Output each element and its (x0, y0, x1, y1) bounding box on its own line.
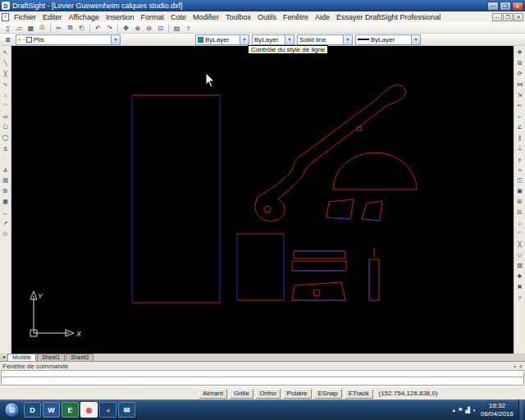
menu-modifier[interactable]: Modifier (189, 13, 222, 21)
menu-essayer-draftsight-professional[interactable]: Essayer DraftSight Professional (333, 13, 444, 21)
text-icon[interactable]: A (1, 165, 11, 175)
minimize-button[interactable]: ─ (487, 2, 499, 11)
word-taskbar-icon[interactable]: W (43, 402, 60, 418)
explode-icon[interactable]: ⊟ (515, 208, 525, 217)
layer-combo-arrow-icon[interactable]: ▼ (111, 35, 120, 44)
drawing-canvas[interactable]: YX (11, 46, 514, 354)
redo-icon[interactable]: ↷ (104, 23, 115, 33)
status-ortho-button[interactable]: Ortho (256, 389, 281, 399)
quad-left-edge[interactable] (326, 217, 350, 219)
mdi-minimize-button[interactable]: ─ (492, 13, 502, 21)
menu-editer[interactable]: Editer (39, 13, 66, 21)
polyline-icon[interactable]: ∿ (1, 80, 11, 89)
zoom-in-icon[interactable]: ⊕ (132, 23, 143, 33)
construction-line-icon[interactable]: ╳ (1, 69, 11, 79)
line-style-combo[interactable]: Solid line ▼ (297, 34, 353, 45)
zoom-out-icon[interactable]: ⊖ (144, 23, 154, 33)
sheet-tab-mod-le[interactable]: Modèle (7, 354, 36, 361)
extend-icon[interactable]: ⌐ (515, 112, 525, 121)
trim-icon[interactable]: ✂ (515, 101, 525, 111)
command-input[interactable] (1, 377, 524, 386)
circle-tool-icon[interactable]: ○ (515, 218, 525, 228)
menu-cote[interactable]: Cote (167, 13, 189, 21)
delete-icon[interactable]: ✖ (515, 282, 525, 292)
excel-taskbar-icon[interactable]: E (62, 402, 79, 418)
arc-icon[interactable]: ◠ (1, 101, 11, 111)
line-icon[interactable]: ╲ (1, 58, 11, 68)
menu-format[interactable]: Format (137, 13, 167, 21)
plus-icon[interactable]: ✚ (515, 272, 525, 281)
command-history[interactable] (1, 370, 524, 377)
ellipse-icon[interactable]: ◯ (1, 133, 11, 143)
save-icon[interactable]: ▦ (25, 23, 36, 33)
block-icon[interactable]: ⊞ (1, 186, 11, 196)
hatch-tool-icon[interactable]: ▨ (515, 261, 525, 271)
copy-icon[interactable]: ⧉ (65, 23, 75, 33)
print-icon[interactable]: ⎙ (37, 23, 48, 33)
stretch-icon[interactable]: ± (515, 154, 525, 164)
line-weight-combo[interactable]: ByLayer ▼ (355, 34, 421, 45)
maximize-button[interactable]: ❐ (500, 2, 511, 11)
point-icon[interactable]: · (1, 154, 11, 164)
drawing-svg[interactable]: YX (11, 46, 514, 354)
leader-icon[interactable]: ↗ (1, 218, 11, 228)
half-disc[interactable] (333, 153, 417, 189)
strip-rect[interactable] (369, 259, 379, 300)
mdi-restore-button[interactable]: ❐ (503, 13, 513, 21)
secondary-color-combo[interactable]: ByLayer ▼ (252, 34, 294, 45)
fillet-icon[interactable]: ◠ (515, 229, 525, 239)
status-polaire-button[interactable]: Polaire (283, 389, 312, 399)
spline-icon[interactable]: S (1, 144, 11, 153)
close-button[interactable]: ✕ (512, 2, 523, 11)
circle-icon[interactable]: ○ (1, 90, 11, 100)
secondary-color-arrow-icon[interactable]: ▼ (285, 35, 294, 44)
chrome-taskbar-icon[interactable]: ◉ (80, 402, 98, 418)
draftsight-taskbar-icon[interactable]: D (24, 402, 41, 418)
layer-manager-icon[interactable]: ≣ (2, 34, 13, 44)
menu-toolbox[interactable]: Toolbox (222, 13, 254, 21)
array-icon[interactable]: ≡ (515, 165, 525, 175)
tray-network-icon[interactable]: ▟ (465, 407, 469, 413)
paste-icon[interactable]: ⎗ (76, 23, 87, 33)
status-aimant-button[interactable]: Aimant (199, 389, 227, 399)
rotate3d-icon[interactable]: ◇ (515, 250, 525, 260)
rotate-icon[interactable]: ⟳ (515, 69, 525, 79)
lever-pivot-hole[interactable] (264, 206, 271, 212)
sheet-tab-sheet1[interactable]: Sheet1 (37, 354, 65, 361)
pan-icon[interactable]: ✥ (121, 23, 131, 33)
help-tool-icon[interactable]: ? (515, 293, 525, 303)
bracket-hole[interactable] (313, 290, 320, 296)
zoom-fit-icon[interactable]: ⊡ (155, 23, 166, 33)
mail-taskbar-icon[interactable]: ✉ (118, 402, 135, 418)
select-icon[interactable]: ↖ (1, 48, 11, 57)
command-pin-icon[interactable]: ▪ (514, 363, 515, 369)
rectangle-icon[interactable]: ▭ (1, 112, 11, 121)
menu-affichage[interactable]: Affichage (66, 13, 103, 21)
line-weight-arrow-icon[interactable]: ▼ (411, 35, 420, 44)
polygon-icon[interactable]: ⬠ (1, 122, 11, 132)
scale-icon[interactable]: ⇲ (515, 90, 525, 100)
pattern-icon[interactable]: ⊞ (515, 197, 525, 207)
bar2[interactable] (292, 261, 346, 271)
chamfer-icon[interactable]: ∠ (515, 122, 525, 132)
line-color-combo[interactable]: ByLayer ▼ (195, 34, 249, 45)
command-close-icon[interactable]: × (519, 363, 523, 369)
mdi-close-button[interactable]: ✕ (514, 13, 523, 21)
bracket[interactable] (292, 282, 345, 300)
line-color-arrow-icon[interactable]: ▼ (240, 35, 249, 44)
menu-fichier[interactable]: Fichier (11, 13, 39, 21)
open-icon[interactable]: ▱ (14, 23, 25, 33)
line-style-arrow-icon[interactable]: ▼ (343, 35, 352, 44)
status-esnap-button[interactable]: ESnap (314, 389, 342, 399)
tray-volume-icon[interactable]: ◖ (472, 407, 476, 413)
hatch-icon[interactable]: ▨ (1, 176, 11, 185)
status-grille-button[interactable]: Grille (230, 389, 253, 399)
dimension-icon[interactable]: ↔ (1, 208, 11, 217)
new-icon[interactable]: ▯ (2, 23, 13, 33)
undo-icon[interactable]: ↶ (93, 23, 103, 33)
split-icon[interactable]: ◫ (515, 176, 525, 185)
region-icon[interactable]: ◇ (1, 229, 11, 239)
menu-fen-tre[interactable]: Fenêtre (280, 13, 312, 21)
tray-flag-icon[interactable]: ⚑ (458, 407, 463, 413)
perpendicular-icon[interactable]: ⊥ (515, 144, 525, 153)
